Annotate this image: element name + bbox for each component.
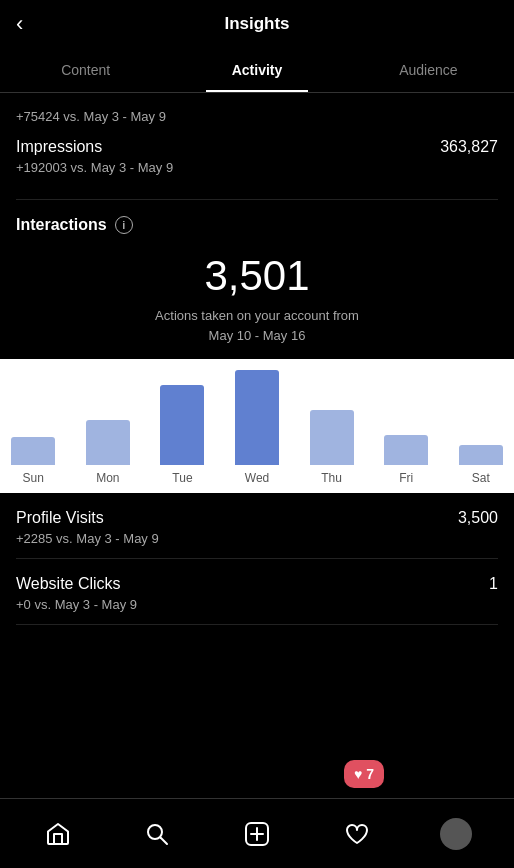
bar-chart-section: SunMonTueWedThuFriSat xyxy=(0,359,514,493)
profile-visits-row: Profile Visits 3,500 xyxy=(16,509,498,527)
interactions-count: 3,501 xyxy=(16,252,498,300)
bar-label-tue: Tue xyxy=(172,471,192,485)
bar-col-fri: Fri xyxy=(369,435,444,485)
interactions-header: Interactions i xyxy=(16,216,498,234)
interactions-sub: Actions taken on your account from May 1… xyxy=(16,306,498,345)
tabs-bar: Content Activity Audience xyxy=(0,48,514,93)
bottom-nav xyxy=(0,798,514,868)
nav-add-button[interactable] xyxy=(237,814,277,854)
notification-badge[interactable]: ♥ 7 xyxy=(344,760,384,788)
nav-search-button[interactable] xyxy=(137,814,177,854)
tab-content[interactable]: Content xyxy=(0,48,171,92)
bar-wed xyxy=(235,370,279,465)
bar-sun xyxy=(11,437,55,465)
profile-visits-vs: +2285 vs. May 3 - May 9 xyxy=(16,531,498,546)
notification-count: 7 xyxy=(366,766,374,782)
bar-thu xyxy=(310,410,354,465)
website-clicks-value: 1 xyxy=(489,575,498,593)
interactions-label: Interactions xyxy=(16,216,107,234)
header: ‹ Insights xyxy=(0,0,514,48)
bar-label-mon: Mon xyxy=(96,471,119,485)
nav-avatar xyxy=(440,818,472,850)
website-clicks-label: Website Clicks xyxy=(16,575,121,593)
bar-col-sat: Sat xyxy=(443,445,514,485)
profile-visits-block: Profile Visits 3,500 +2285 vs. May 3 - M… xyxy=(16,493,498,559)
reach-vs-label: +75424 vs. May 3 - May 9 xyxy=(16,109,498,124)
profile-visits-label: Profile Visits xyxy=(16,509,104,527)
nav-heart-button[interactable] xyxy=(337,814,377,854)
website-clicks-block: Website Clicks 1 +0 vs. May 3 - May 9 xyxy=(16,559,498,625)
stats-section: Profile Visits 3,500 +2285 vs. May 3 - M… xyxy=(0,493,514,625)
bar-label-sun: Sun xyxy=(23,471,44,485)
tab-audience[interactable]: Audience xyxy=(343,48,514,92)
bar-tue xyxy=(160,385,204,465)
metrics-content: +75424 vs. May 3 - May 9 Impressions 363… xyxy=(0,93,514,345)
bar-fri xyxy=(384,435,428,465)
back-button[interactable]: ‹ xyxy=(16,11,23,37)
bar-mon xyxy=(86,420,130,465)
bar-label-wed: Wed xyxy=(245,471,269,485)
reach-section: +75424 vs. May 3 - May 9 Impressions 363… xyxy=(16,93,498,200)
impressions-vs-label: +192003 vs. May 3 - May 9 xyxy=(16,160,498,187)
impressions-value: 363,827 xyxy=(440,138,498,156)
bar-col-wed: Wed xyxy=(220,370,295,485)
bar-label-sat: Sat xyxy=(472,471,490,485)
nav-profile-button[interactable] xyxy=(436,814,476,854)
bar-col-sun: Sun xyxy=(0,437,71,485)
info-icon[interactable]: i xyxy=(115,216,133,234)
bar-label-thu: Thu xyxy=(321,471,342,485)
bar-col-tue: Tue xyxy=(145,385,220,485)
bar-col-thu: Thu xyxy=(294,410,369,485)
interactions-section: Interactions i 3,501 Actions taken on yo… xyxy=(16,200,498,345)
svg-line-1 xyxy=(161,837,168,844)
page-title: Insights xyxy=(224,14,289,34)
website-clicks-row: Website Clicks 1 xyxy=(16,575,498,593)
website-clicks-vs: +0 vs. May 3 - May 9 xyxy=(16,597,498,612)
bar-col-mon: Mon xyxy=(71,420,146,485)
heart-icon: ♥ xyxy=(354,766,362,782)
profile-visits-value: 3,500 xyxy=(458,509,498,527)
bar-sat xyxy=(459,445,503,465)
tab-activity[interactable]: Activity xyxy=(171,48,342,92)
bar-chart: SunMonTueWedThuFriSat xyxy=(0,375,514,485)
impressions-label: Impressions xyxy=(16,138,102,156)
nav-home-button[interactable] xyxy=(38,814,78,854)
bar-label-fri: Fri xyxy=(399,471,413,485)
impressions-row: Impressions 363,827 xyxy=(16,124,498,160)
